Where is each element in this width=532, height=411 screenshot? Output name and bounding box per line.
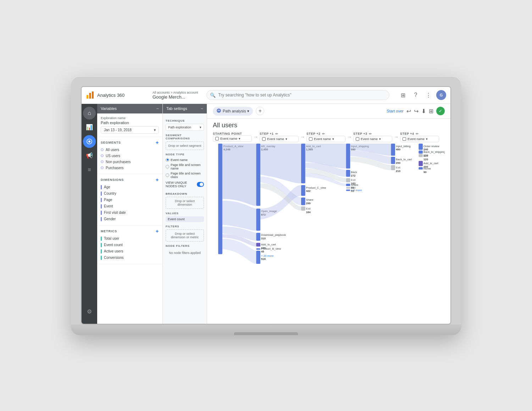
node-share-step2[interactable] — [301, 198, 305, 205]
nav-home[interactable]: ⌂ — [83, 107, 96, 120]
no-filters-text: No node filters applied — [166, 249, 204, 257]
node-add-to-cart-step2[interactable] — [301, 144, 305, 183]
node-add-to-cart-step1[interactable] — [256, 243, 260, 246]
step2-dropdown[interactable]: Event name ▾ — [306, 136, 345, 142]
step2-edit-icon[interactable]: ✏ — [322, 132, 325, 136]
variables-minimize[interactable]: − — [156, 106, 159, 111]
main-content: Path analysis ▾ + Start over ↩ ↪ ⬇ ⊞ ✓ — [207, 104, 450, 324]
node-label-exit-step4a: Exit — [396, 166, 401, 169]
nav-advertising[interactable]: 📢 — [83, 149, 96, 162]
step1-dropdown[interactable]: Event name ▾ — [260, 136, 299, 142]
node-label-exit-step3a: Exit — [351, 178, 356, 182]
avatar[interactable]: G — [436, 90, 446, 100]
segment-drop-text: Drop or select segment — [168, 144, 201, 148]
segment-dot-icon — [101, 148, 104, 151]
step4-edit-icon[interactable]: ✏ — [416, 132, 419, 136]
node-open-image[interactable] — [256, 209, 260, 231]
metrics-add-icon[interactable]: + — [156, 228, 159, 234]
step4-dropdown[interactable]: Event name ▾ — [400, 136, 439, 142]
node-more-step1[interactable] — [256, 251, 260, 264]
node-product-b-view[interactable] — [256, 248, 260, 250]
technique-label: TECHNIQUE — [166, 119, 204, 122]
dim-bar-icon — [101, 185, 102, 189]
download-icon[interactable]: ⬇ — [421, 108, 426, 115]
node-product-a-view[interactable] — [218, 144, 222, 254]
search-icon: 🔍 — [210, 93, 216, 98]
event-chip-icon — [262, 137, 266, 141]
node-more-step3[interactable] — [346, 189, 350, 191]
path-analysis-label: Path analysis — [223, 109, 246, 113]
segments-add-icon[interactable]: + — [156, 140, 159, 145]
tab-panel-content: TECHNIQUE Path exploration ▾ SEGMENT COM… — [163, 113, 207, 324]
help-icon[interactable]: ? — [411, 90, 421, 100]
node-order-review[interactable] — [419, 144, 423, 150]
node-filters-label: NODE FILTERS — [166, 244, 204, 248]
node-type-page-title-screen-class[interactable]: Page title and screen class — [166, 171, 204, 179]
more-icon[interactable]: ⋮ — [423, 90, 433, 100]
node-add-to-cart-step4[interactable] — [419, 161, 423, 166]
node-exit-step3b[interactable] — [346, 187, 350, 188]
node-share-step3[interactable] — [346, 184, 350, 186]
node-back-to-shipping[interactable] — [419, 150, 423, 154]
variables-panel: Variables − Exploration name Path explor… — [97, 104, 163, 324]
node-value-share-step2: 299 — [306, 201, 311, 205]
add-tab-button[interactable]: + — [256, 107, 264, 115]
node-exit-step4b[interactable] — [419, 154, 423, 157]
node-value-back-step3: 272 — [351, 174, 356, 177]
node-ar-overlay[interactable] — [256, 144, 260, 206]
node-input-billing[interactable] — [391, 144, 395, 156]
node-type-page-title-screen-name[interactable]: Page title and screen name — [166, 162, 204, 171]
step3-edit-icon[interactable]: ✏ — [369, 132, 372, 136]
grid-icon[interactable]: ⊞ — [429, 108, 433, 115]
step-headers-row: STARTING POINT Event name ▾ → — [213, 132, 445, 142]
path-analysis-tab[interactable]: Path analysis ▾ — [213, 107, 253, 116]
node-product-c-view[interactable] — [301, 185, 305, 195]
main-layout: ⌂ 📊 📢 ≡ ⚙ Variables − — [82, 104, 450, 324]
node-exit-step2[interactable] — [301, 206, 305, 211]
node-exit-step3a[interactable] — [346, 178, 350, 182]
dropdown-chevron-icon: ▾ — [239, 137, 240, 140]
redo-icon[interactable]: ↪ — [414, 108, 419, 115]
starting-point-dropdown[interactable]: Event name ▾ — [213, 135, 252, 142]
dim-first-visit-date: First visit date — [101, 210, 159, 216]
undo-icon[interactable]: ↩ — [406, 108, 411, 115]
svg-rect-1 — [89, 93, 91, 99]
top-actions: ⊞ ? ⋮ G — [398, 90, 446, 100]
step1-edit-icon[interactable]: ✏ — [275, 132, 278, 136]
dimensions-add-icon[interactable]: + — [156, 177, 159, 183]
node-home[interactable] — [419, 167, 423, 170]
segment-drop-zone[interactable]: Drop or select segment — [166, 141, 204, 150]
metrics-section: METRICS + Total user Event count Active … — [97, 226, 162, 264]
nav-configure[interactable]: ≡ — [83, 163, 96, 176]
node-back-step3[interactable] — [346, 170, 350, 177]
nav-settings[interactable]: ⚙ — [83, 305, 96, 318]
variables-label: Variables — [101, 106, 117, 111]
node-back-to-cart[interactable] — [391, 157, 395, 164]
node-input-shipping[interactable] — [346, 144, 350, 168]
nav-explore[interactable] — [83, 135, 96, 148]
step3-header: STEP +3 ✏ Event name ▾ — [353, 132, 392, 142]
search-bar[interactable]: 🔍 — [206, 90, 389, 100]
node-download-playbook[interactable] — [256, 233, 260, 240]
date-picker[interactable]: Jan 13 - 19, 2018 ▾ — [101, 126, 159, 134]
filters-drop-zone[interactable]: Drop or select dimension or metric — [166, 229, 204, 241]
node-type-label-event: Event name — [171, 158, 188, 162]
breakdown-drop-zone[interactable]: Drop or select dimension — [166, 197, 204, 209]
exploration-header: Path analysis ▾ + Start over ↩ ↪ ⬇ ⊞ ✓ — [207, 104, 450, 119]
apps-icon[interactable]: ⊞ — [398, 90, 408, 100]
node-label-product-c-view: Product_C_view — [306, 186, 326, 189]
view-unique-toggle[interactable] — [197, 182, 204, 187]
technique-select[interactable]: Path exploration ▾ — [166, 124, 204, 131]
nav-reports[interactable]: 📊 — [83, 121, 96, 134]
segment-dot-icon — [101, 160, 104, 163]
search-input[interactable] — [206, 90, 389, 100]
tab-settings-minimize[interactable]: − — [200, 106, 203, 111]
node-exit-step4a[interactable] — [391, 165, 395, 170]
node-value-home: 90 — [423, 170, 427, 173]
node-type-event-name[interactable]: Event name — [166, 157, 204, 162]
event-chip-icon — [215, 137, 219, 140]
sankey-chart: Product_A_view 4,348 — [213, 144, 445, 278]
step3-dropdown[interactable]: Event name ▾ — [353, 136, 392, 142]
green-check-icon[interactable]: ✓ — [436, 107, 445, 115]
start-over-button[interactable]: Start over — [387, 109, 404, 113]
